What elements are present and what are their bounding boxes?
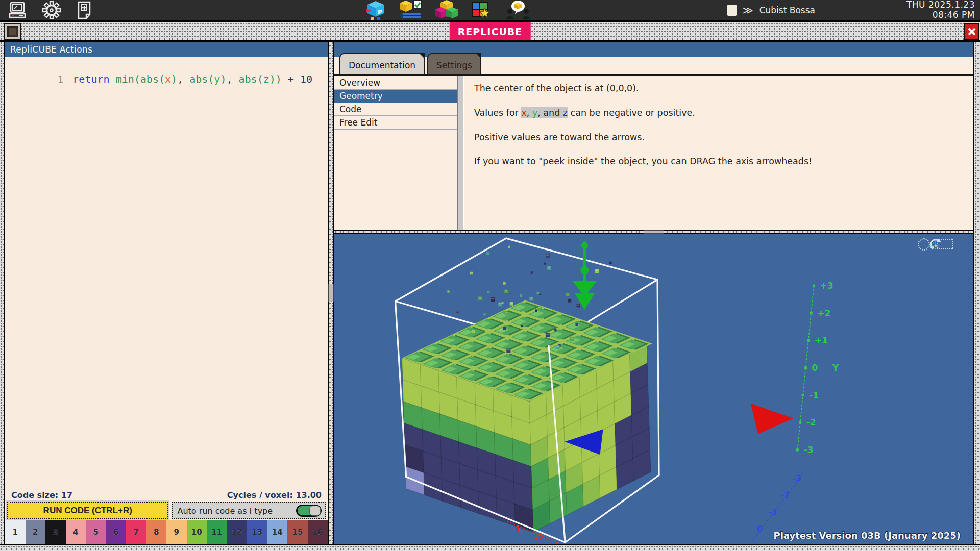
music-track-name: Cubist Bossa: [760, 5, 815, 15]
doc-nav-list: OverviewGeometryCodeFree Edit: [334, 76, 457, 230]
tab-settings[interactable]: Settings: [427, 53, 481, 74]
doc-nav-code[interactable]: Code: [334, 103, 457, 116]
settings-gear-icon[interactable]: [42, 1, 61, 19]
window-menu-icon[interactable]: [4, 23, 21, 40]
doc-paragraph: Values for x, y, and z can be negative o…: [474, 107, 963, 119]
menubar-right: ≫ Cubist Bossa THU 2025.1.23 08:46 PM: [727, 0, 980, 20]
y-axis-ruler: +3+2+10-1-2-3Y: [796, 281, 839, 455]
doc-content: OverviewGeometryCodeFree Edit The center…: [334, 76, 973, 230]
palette-swatch-1[interactable]: 1: [5, 520, 26, 544]
auto-run-label: Auto run code as I type: [177, 506, 273, 516]
svg-text:-2: -2: [806, 417, 816, 428]
clock-time: 08:46 PM: [906, 10, 975, 20]
splitter-grip-h[interactable]: [644, 230, 664, 234]
doc-nav-geometry[interactable]: Geometry: [334, 90, 457, 103]
svg-text:0: 0: [812, 363, 818, 373]
svg-text:-1: -1: [512, 524, 521, 534]
community-chat-icon[interactable]: [506, 0, 530, 20]
window-content: RepliCUBE Actions 1return min(abs(x), ab…: [0, 42, 980, 544]
doc-nav-overview[interactable]: Overview: [334, 77, 457, 90]
svg-text:-1: -1: [769, 507, 778, 517]
viewport-tools: [918, 238, 953, 251]
palette-swatch-4[interactable]: 4: [66, 520, 86, 544]
reset-view-icon[interactable]: [918, 238, 953, 251]
right-column: DocumentationSettings OverviewGeometryCo…: [334, 42, 973, 544]
close-icon[interactable]: [964, 23, 979, 40]
palette-swatch-11[interactable]: 11: [207, 520, 227, 544]
palette-swatch-15[interactable]: 15: [287, 520, 308, 544]
window-edge-left: [0, 42, 5, 544]
voxel-scene: +3+2+10-1-2-3Y-3-2-10-1-2-3: [334, 234, 973, 544]
palette-swatch-7[interactable]: 7: [126, 520, 146, 544]
screen: P: [0, 0, 980, 551]
palette-swatch-3[interactable]: 3: [45, 520, 66, 544]
stop-icon[interactable]: [727, 5, 737, 16]
svg-text:-3: -3: [803, 445, 813, 455]
tab-documentation[interactable]: Documentation: [339, 53, 425, 74]
auto-run-control[interactable]: Auto run code as I type: [172, 502, 326, 519]
doc-paragraph: The center of the object is at (0,0,0).: [474, 83, 963, 94]
doc-paragraph: Positive values are toward the arrows.: [474, 132, 963, 143]
color-palette: 12345678910111213141516: [5, 520, 328, 544]
code-size-label: Code size: 17: [11, 490, 72, 500]
window-titlebar[interactable]: REPLICUBE: [0, 22, 980, 42]
clock-date: THU 2025.1.23: [906, 0, 975, 10]
app-icons: P: [168, 0, 727, 20]
svg-text:-1: -1: [809, 390, 819, 400]
splitter-grip[interactable]: [328, 284, 334, 302]
svg-text:+2: +2: [817, 308, 830, 318]
doc-paragraph: If you want to "peek inside" the object,…: [474, 156, 963, 167]
palette-swatch-2[interactable]: 2: [26, 520, 46, 544]
doc-nav-free-edit[interactable]: Free Edit: [334, 116, 457, 130]
svg-text:0: 0: [757, 524, 763, 534]
window-title-badge: REPLICUBE: [450, 22, 531, 40]
auto-run-toggle[interactable]: [296, 505, 322, 517]
voxel-viewport[interactable]: +3+2+10-1-2-3Y-3-2-10-1-2-3: [334, 234, 973, 544]
code-panel: RepliCUBE Actions 1return min(abs(x), ab…: [5, 42, 328, 544]
palette-swatch-8[interactable]: 8: [146, 520, 167, 544]
svg-text:Y: Y: [832, 363, 839, 373]
task-check-icon[interactable]: [400, 0, 422, 20]
cycles-label: Cycles / voxel: 13.00: [227, 490, 322, 500]
svg-text:P: P: [378, 9, 382, 16]
palette-swatch-16[interactable]: 16: [308, 520, 328, 544]
printer-cube-icon[interactable]: P: [365, 0, 386, 20]
system-clock: THU 2025.1.23 08:46 PM: [906, 0, 975, 20]
palette-swatch-13[interactable]: 13: [247, 520, 267, 544]
x-axis-arrowhead[interactable]: [751, 404, 793, 434]
next-track-icon[interactable]: ≫: [743, 5, 753, 15]
run-code-button[interactable]: RUN CODE (CTRL+R): [7, 502, 168, 519]
new-file-icon[interactable]: [76, 1, 93, 20]
version-text: Playtest Version 03B (January 2025): [773, 530, 961, 541]
code-line: return min(abs(x), abs(y), abs(z)) + 10: [72, 73, 312, 85]
palette-swatch-9[interactable]: 9: [166, 520, 187, 544]
svg-text:+3: +3: [820, 281, 834, 291]
line-number: 1: [57, 73, 72, 85]
music-widget: ≫ Cubist Bossa: [727, 5, 815, 16]
cube-stack-icon[interactable]: [435, 0, 458, 20]
code-controls: RUN CODE (CTRL+R) Auto run code as I typ…: [5, 501, 328, 520]
system-menubar: P: [0, 0, 980, 22]
code-editor[interactable]: 1return min(abs(x), abs(y), abs(z)) + 10: [5, 57, 328, 489]
color-grid-icon[interactable]: [471, 0, 493, 20]
svg-text:-3: -3: [557, 541, 566, 544]
svg-text:+1: +1: [815, 335, 828, 345]
computer-icon[interactable]: [7, 1, 28, 19]
horizontal-splitter[interactable]: [334, 230, 973, 234]
window-edge-bottom: [0, 544, 980, 551]
system-buttons: [0, 1, 168, 20]
palette-swatch-6[interactable]: 6: [106, 520, 127, 544]
svg-text:-3: -3: [792, 473, 801, 483]
window-edge-right: [973, 42, 980, 544]
palette-swatch-10[interactable]: 10: [187, 520, 207, 544]
code-panel-title: RepliCUBE Actions: [5, 42, 328, 57]
vertical-splitter[interactable]: [328, 42, 334, 544]
y-axis-arrowhead[interactable]: [572, 241, 597, 310]
code-status-row: Code size: 17 Cycles / voxel: 13.00: [5, 489, 328, 501]
doc-text: The center of the object is at (0,0,0).V…: [464, 76, 973, 230]
palette-swatch-5[interactable]: 5: [86, 520, 106, 544]
palette-swatch-14[interactable]: 14: [267, 520, 288, 544]
doc-tab-row: DocumentationSettings: [334, 57, 973, 76]
palette-swatch-12[interactable]: 12: [227, 520, 248, 544]
doc-divider: [457, 76, 464, 230]
